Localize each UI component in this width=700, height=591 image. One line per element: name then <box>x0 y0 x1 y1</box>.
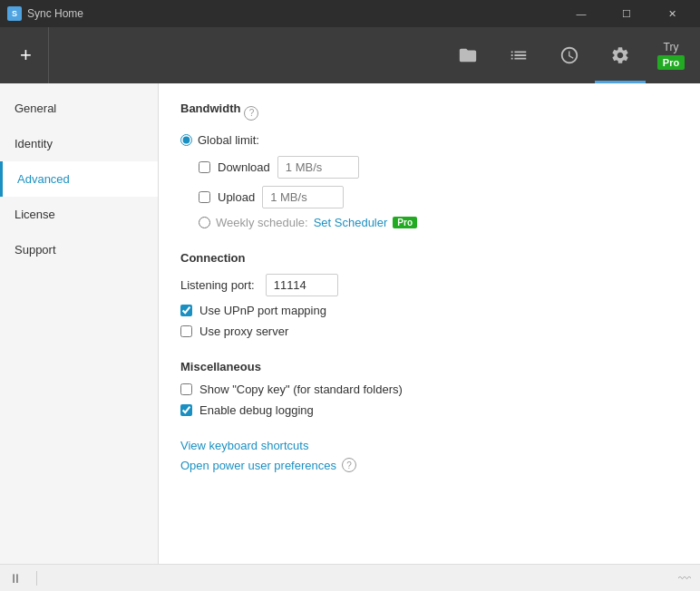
pro-badge: Pro <box>393 217 417 228</box>
upload-input[interactable] <box>262 186 344 208</box>
maximize-button[interactable]: ☐ <box>606 0 647 27</box>
connection-title: Connection <box>180 251 678 265</box>
listening-port-label: Listening port: <box>180 278 255 292</box>
content-area: Bandwidth ? Global limit: Download Uploa… <box>159 83 700 564</box>
weekly-schedule-label: Weekly schedule: <box>216 216 308 229</box>
copy-key-checkbox[interactable] <box>180 383 192 395</box>
upnp-checkbox[interactable] <box>180 305 192 316</box>
miscellaneous-section: Miscellaneous Show "Copy key" (for stand… <box>180 360 678 417</box>
power-user-link[interactable]: Open power user preferences <box>180 459 336 472</box>
try-pro-button[interactable]: Try Pro <box>646 27 696 83</box>
download-label: Download <box>218 160 270 174</box>
pro-badge: Pro <box>657 55 685 70</box>
global-limit-label: Global limit: <box>198 133 259 147</box>
debug-logging-checkbox[interactable] <box>180 404 192 416</box>
add-button[interactable]: + <box>4 27 49 83</box>
power-user-help-icon[interactable]: ? <box>342 458 356 472</box>
debug-logging-row: Enable debug logging <box>180 403 678 417</box>
activity-icon[interactable]: 〰 <box>678 571 691 586</box>
statusbar-divider <box>36 571 37 586</box>
listening-port-row: Listening port: 11114 <box>180 274 678 296</box>
connection-section: Connection Listening port: 11114 Use UPn… <box>180 251 678 338</box>
folder-icon-button[interactable] <box>442 27 493 83</box>
titlebar: S Sync Home — ☐ ✕ <box>0 0 700 27</box>
global-limit-row: Global limit: <box>180 133 678 147</box>
keyboard-shortcuts-link[interactable]: View keyboard shortcuts <box>180 439 308 452</box>
sidebar-item-license[interactable]: License <box>0 197 158 232</box>
download-row: Download <box>199 156 678 179</box>
gear-icon-button[interactable] <box>595 27 646 83</box>
keyboard-shortcuts-row: View keyboard shortcuts <box>180 439 678 452</box>
proxy-row: Use proxy server <box>180 325 678 338</box>
pause-button[interactable]: ⏸ <box>9 571 22 586</box>
main-layout: General Identity Advanced License Suppor… <box>0 83 700 564</box>
list-icon-button[interactable] <box>493 27 544 83</box>
upnp-label: Use UPnP port mapping <box>199 304 326 317</box>
window-controls: — ☐ ✕ <box>560 0 693 27</box>
statusbar: ⏸ 〰 <box>0 564 700 591</box>
global-limit-radio[interactable] <box>180 134 192 146</box>
bandwidth-title: Bandwidth <box>180 102 240 115</box>
weekly-schedule-row: Weekly schedule: Set Scheduler Pro <box>199 216 678 229</box>
sidebar-item-advanced[interactable]: Advanced <box>0 161 158 197</box>
toolbar: + Try Pro <box>0 27 700 83</box>
download-input[interactable] <box>277 156 359 179</box>
misc-title: Miscellaneous <box>180 360 678 373</box>
copy-key-row: Show "Copy key" (for standard folders) <box>180 383 678 396</box>
minimize-button[interactable]: — <box>560 0 602 27</box>
sidebar-item-identity[interactable]: Identity <box>0 126 158 161</box>
app-title: Sync Home <box>27 7 560 20</box>
upnp-row: Use UPnP port mapping <box>180 304 678 317</box>
proxy-checkbox[interactable] <box>180 325 192 337</box>
upload-row: Upload <box>199 186 678 208</box>
set-scheduler-link[interactable]: Set Scheduler <box>314 216 388 229</box>
sidebar-item-support[interactable]: Support <box>0 232 158 267</box>
app-icon: S <box>7 6 22 21</box>
download-checkbox[interactable] <box>199 161 210 173</box>
try-label: Try <box>664 41 679 53</box>
listening-port-input[interactable]: 11114 <box>266 274 338 296</box>
clock-icon-button[interactable] <box>544 27 595 83</box>
copy-key-label: Show "Copy key" (for standard folders) <box>199 383 403 396</box>
bandwidth-help-icon[interactable]: ? <box>244 106 258 121</box>
sidebar-item-general[interactable]: General <box>0 91 158 126</box>
upload-label: Upload <box>218 190 255 204</box>
upload-checkbox[interactable] <box>199 191 210 203</box>
close-button[interactable]: ✕ <box>651 0 693 27</box>
bandwidth-section: Bandwidth ? Global limit: Download Uploa… <box>180 102 678 229</box>
power-user-row: Open power user preferences ? <box>180 458 678 472</box>
sidebar: General Identity Advanced License Suppor… <box>0 83 159 564</box>
proxy-label: Use proxy server <box>199 325 288 338</box>
debug-logging-label: Enable debug logging <box>199 403 314 417</box>
weekly-schedule-radio[interactable] <box>199 217 210 228</box>
